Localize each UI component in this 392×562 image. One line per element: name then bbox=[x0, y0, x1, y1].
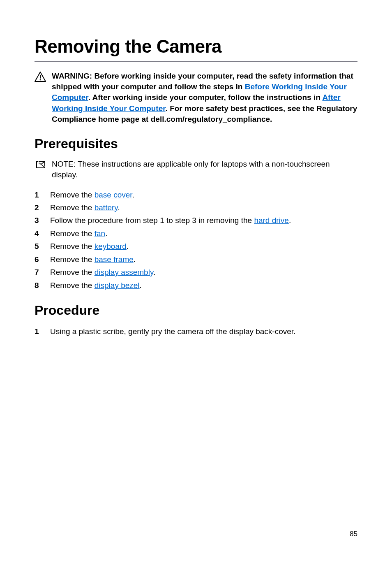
step-pre: Remove the bbox=[50, 281, 95, 290]
step-post: . bbox=[289, 216, 291, 225]
note-text: NOTE: These instructions are applicable … bbox=[52, 159, 357, 180]
list-item: Remove the base frame. bbox=[35, 253, 357, 265]
link-base-cover[interactable]: base cover bbox=[95, 190, 132, 199]
step-pre: Remove the bbox=[50, 229, 95, 238]
note-label: NOTE: bbox=[52, 160, 78, 168]
step-post: . bbox=[140, 281, 142, 290]
link-keyboard[interactable]: keyboard bbox=[95, 242, 127, 251]
procedure-list: Using a plastic scribe, gently pry the c… bbox=[35, 325, 357, 337]
link-hard-drive[interactable]: hard drive bbox=[254, 216, 289, 225]
step-pre: Remove the bbox=[50, 268, 95, 276]
step-post: . bbox=[134, 255, 136, 264]
prerequisites-heading: Prerequisites bbox=[35, 136, 357, 151]
procedure-step-text: Using a plastic scribe, gently pry the c… bbox=[50, 327, 295, 336]
list-item: Using a plastic scribe, gently pry the c… bbox=[35, 325, 357, 337]
step-post: . bbox=[153, 268, 155, 276]
list-item: Remove the display assembly. bbox=[35, 266, 357, 278]
step-post: . bbox=[132, 190, 134, 199]
procedure-heading: Procedure bbox=[35, 303, 357, 318]
link-base-frame[interactable]: base frame bbox=[95, 255, 134, 264]
note-callout: NOTE: These instructions are applicable … bbox=[35, 159, 357, 180]
note-icon bbox=[35, 160, 46, 169]
list-item: Follow the procedure from step 1 to step… bbox=[35, 214, 357, 226]
link-display-bezel[interactable]: display bezel bbox=[95, 281, 140, 290]
step-post: . bbox=[118, 203, 120, 212]
link-display-assembly[interactable]: display assembly bbox=[95, 268, 153, 276]
page-number: 85 bbox=[350, 530, 357, 538]
step-pre: Remove the bbox=[50, 242, 95, 251]
note-body: These instructions are applicable only f… bbox=[52, 160, 330, 179]
step-pre: Follow the procedure from step 1 to step… bbox=[50, 216, 254, 225]
warning-icon bbox=[35, 72, 46, 82]
warning-mid1: . After working inside your computer, fo… bbox=[88, 93, 323, 102]
list-item: Remove the battery. bbox=[35, 202, 357, 214]
step-pre: Remove the bbox=[50, 255, 95, 264]
page-title: Removing the Camera bbox=[35, 36, 357, 57]
list-item: Remove the fan. bbox=[35, 228, 357, 239]
step-pre: Remove the bbox=[50, 190, 95, 199]
prerequisites-list: Remove the base cover. Remove the batter… bbox=[35, 189, 357, 292]
warning-text: WARNING: Before working inside your comp… bbox=[52, 71, 357, 125]
list-item: Remove the base cover. bbox=[35, 189, 357, 201]
link-fan[interactable]: fan bbox=[95, 229, 105, 238]
title-divider bbox=[35, 61, 357, 62]
svg-point-1 bbox=[40, 79, 41, 81]
step-post: . bbox=[105, 229, 107, 238]
step-post: . bbox=[127, 242, 129, 251]
step-pre: Remove the bbox=[50, 203, 95, 212]
warning-callout: WARNING: Before working inside your comp… bbox=[35, 71, 357, 125]
list-item: Remove the display bezel. bbox=[35, 279, 357, 291]
link-battery[interactable]: battery bbox=[95, 203, 118, 212]
list-item: Remove the keyboard. bbox=[35, 240, 357, 252]
